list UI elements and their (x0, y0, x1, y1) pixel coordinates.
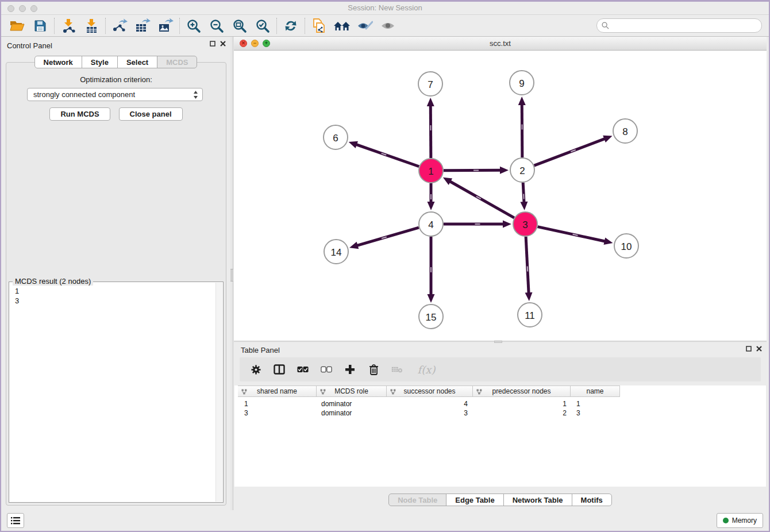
tab-mcds[interactable]: MCDS (157, 56, 197, 68)
hide-selected-button[interactable] (353, 17, 376, 35)
zoom-out-button[interactable] (205, 17, 228, 35)
checked-boxes-icon (297, 366, 309, 373)
memory-label: Memory (732, 516, 757, 525)
function-builder-button[interactable]: f(x) (415, 364, 438, 375)
toolbar-separator (54, 18, 55, 34)
home-button[interactable] (330, 17, 353, 35)
tab-style[interactable]: Style (82, 56, 118, 68)
graph-edge-3-10[interactable] (538, 227, 613, 245)
float-panel-icon[interactable] (746, 346, 752, 352)
graph-edge-1-7[interactable] (427, 98, 434, 158)
graph-edge-1-4[interactable] (428, 183, 435, 210)
app-title: Session: New Session (1, 3, 769, 12)
graph-node-2[interactable]: 2 (510, 158, 534, 182)
save-session-button[interactable] (29, 17, 52, 35)
column-header-name[interactable]: name (571, 386, 620, 396)
tree-icon (476, 389, 482, 395)
graph-edge-4-14[interactable] (349, 228, 419, 249)
split-view-button[interactable] (274, 364, 285, 375)
graph-edge-1-2[interactable] (444, 167, 509, 174)
eye-slash-icon (357, 20, 373, 32)
network-canvas[interactable]: 1234678910111415 (234, 51, 767, 340)
export-image-button[interactable] (154, 17, 177, 35)
zoom-fit-button[interactable] (228, 17, 251, 35)
graph-edge-3-1[interactable] (443, 178, 514, 218)
graph-edge-1-6[interactable] (349, 141, 419, 167)
open-folder-icon (9, 19, 25, 33)
graph-node-14[interactable]: 14 (324, 240, 348, 264)
graph-edge-2-3[interactable] (520, 183, 528, 210)
graph-node-3[interactable]: 3 (513, 212, 537, 236)
show-all-button[interactable] (376, 17, 399, 35)
result-item[interactable]: 1 (15, 286, 217, 296)
log-console-button[interactable] (7, 513, 24, 528)
search-input[interactable] (612, 22, 761, 30)
refresh-button[interactable] (279, 17, 302, 35)
graph-node-8[interactable]: 8 (613, 119, 637, 143)
export-table-button[interactable] (131, 17, 154, 35)
column-header-successor-nodes[interactable]: successor nodes (387, 386, 473, 396)
network-graph[interactable]: 1234678910111415 (234, 51, 767, 340)
delete-column-button[interactable] (368, 364, 379, 375)
tab-motifs[interactable]: Motifs (572, 494, 612, 506)
graph-edge-2-9[interactable] (518, 97, 526, 157)
node-label: 4 (428, 219, 433, 230)
graph-node-11[interactable]: 11 (518, 303, 542, 327)
table-settings-button[interactable] (250, 364, 261, 375)
zoom-in-button[interactable] (182, 17, 205, 35)
import-network-button[interactable] (57, 17, 80, 35)
table-row[interactable]: 3 dominator 3 2 3 (238, 408, 620, 418)
table-row[interactable]: 1 dominator 4 1 1 (238, 399, 620, 408)
network-window-titlebar[interactable]: ✕ − + scc.txt (234, 37, 767, 51)
graph-edge-2-8[interactable] (534, 136, 613, 165)
open-session-button[interactable] (6, 17, 29, 35)
memory-status-icon (723, 518, 729, 523)
new-network-from-selection-button[interactable] (307, 17, 330, 35)
export-network-button[interactable] (108, 17, 131, 35)
graph-node-7[interactable]: 7 (418, 72, 442, 96)
graph-edge-4-3[interactable] (444, 221, 511, 228)
graph-edge-3-11[interactable] (525, 237, 533, 301)
import-table-button[interactable] (80, 17, 103, 35)
add-column-button[interactable] (344, 364, 356, 375)
close-panel-icon[interactable] (756, 346, 762, 352)
tab-network[interactable]: Network (34, 56, 82, 68)
tab-node-table[interactable]: Node Table (388, 494, 446, 506)
delete-table-button[interactable] (391, 364, 403, 375)
tab-network-table[interactable]: Network Table (503, 494, 572, 506)
table-panel-title: Table Panel (241, 346, 280, 354)
run-mcds-button[interactable]: Run MCDS (49, 107, 110, 121)
graph-node-9[interactable]: 9 (510, 71, 534, 95)
result-scrollbar[interactable] (215, 283, 222, 502)
column-header-predecessor-nodes[interactable]: predecessor nodes (473, 386, 571, 396)
tab-edge-table[interactable]: Edge Table (446, 494, 503, 506)
deselect-all-button[interactable] (321, 364, 332, 375)
graph-edge-4-15[interactable] (428, 237, 435, 303)
cell-mcds-role: dominator (317, 399, 387, 408)
node-label: 7 (428, 79, 433, 90)
copy-network-icon (311, 18, 326, 34)
status-bar: Memory (1, 510, 769, 531)
divider-handle[interactable] (230, 269, 233, 282)
graph-node-1[interactable]: 1 (419, 159, 443, 183)
tab-select[interactable]: Select (117, 56, 157, 68)
table-panel: Table Panel (234, 341, 767, 510)
criterion-dropdown[interactable]: strongly connected component (27, 88, 203, 101)
float-panel-icon[interactable] (210, 41, 215, 47)
criterion-value: strongly connected component (33, 90, 135, 99)
close-panel-icon[interactable] (220, 41, 226, 47)
close-panel-button[interactable]: Close panel (119, 107, 183, 121)
column-header-mcds-role[interactable]: MCDS role (317, 386, 387, 396)
table-panel-resize-handle[interactable] (494, 341, 502, 343)
column-header-shared-name[interactable]: shared name (238, 386, 317, 396)
graph-node-10[interactable]: 10 (614, 234, 638, 258)
graph-node-15[interactable]: 15 (419, 304, 443, 329)
graph-node-6[interactable]: 6 (324, 125, 348, 149)
panel-divider[interactable] (230, 37, 233, 510)
select-all-button[interactable] (297, 364, 309, 375)
result-item[interactable]: 3 (15, 296, 217, 306)
graph-node-4[interactable]: 4 (419, 212, 443, 236)
zoom-selected-button[interactable] (251, 17, 274, 35)
memory-button[interactable]: Memory (717, 513, 763, 528)
gear-icon (251, 364, 261, 375)
